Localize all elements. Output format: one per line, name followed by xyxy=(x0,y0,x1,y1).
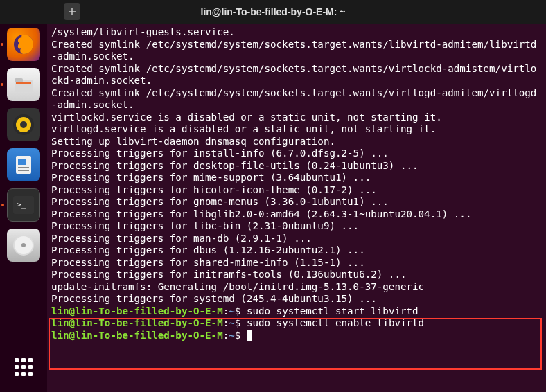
svg-rect-2 xyxy=(15,78,23,82)
output-line: Created symlink /etc/systemd/system/sock… xyxy=(51,39,536,62)
dock-terminal[interactable]: >_ xyxy=(7,188,40,222)
dock-show-apps[interactable] xyxy=(7,350,40,384)
command-text: sudo systemctl enable libvirtd xyxy=(247,317,424,328)
svg-rect-9 xyxy=(18,167,29,168)
speaker-icon xyxy=(11,112,36,137)
output-line: Processing triggers for systemd (245.4-4… xyxy=(51,293,377,304)
new-tab-button[interactable] xyxy=(64,3,80,20)
launcher-dock: >_ xyxy=(0,24,47,392)
prompt-user: lin@lin-To-be-filled-by-O-E-M xyxy=(51,305,223,317)
titlebar: lin@lin-To-be-filled-by-O-E-M: ~ xyxy=(0,0,546,24)
output-line: Setting up libvirt-daemon dnsmasq config… xyxy=(51,136,335,147)
svg-rect-8 xyxy=(18,159,26,165)
output-line: Processing triggers for dbus (1.12.16-2u… xyxy=(51,244,365,256)
output-line: /system/libvirt-guests.service. xyxy=(51,26,235,37)
prompt-dollar: $ xyxy=(235,330,247,341)
window-title: lin@lin-To-be-filled-by-O-E-M: ~ xyxy=(201,6,346,17)
output-line: Processing triggers for mime-support (3.… xyxy=(51,172,371,183)
prompt-colon: : xyxy=(223,330,229,341)
dock-rhythmbox[interactable] xyxy=(7,108,40,141)
svg-rect-3 xyxy=(16,82,31,84)
svg-text:>_: >_ xyxy=(17,200,26,209)
disk-icon xyxy=(11,233,36,258)
output-line: Processing triggers for libglib2.0-0:amd… xyxy=(51,208,471,220)
prompt-user: lin@lin-To-be-filled-by-O-E-M xyxy=(51,317,223,328)
terminal-output[interactable]: /system/libvirt-guests.service. Created … xyxy=(47,24,546,392)
output-line: Created symlink /etc/systemd/system/sock… xyxy=(51,87,536,111)
output-line: Processing triggers for gnome-menus (3.3… xyxy=(51,196,389,207)
output-line: virtlockd.service is a disabled or a sta… xyxy=(51,112,442,123)
output-line: Processing triggers for desktop-file-uti… xyxy=(51,160,419,171)
prompt-path: ~ xyxy=(229,330,235,341)
terminal-icon: >_ xyxy=(13,196,34,214)
svg-point-15 xyxy=(21,243,26,247)
prompt-colon: : xyxy=(223,317,229,328)
prompt-colon: : xyxy=(223,305,229,317)
output-line: Processing triggers for libc-bin (2.31-0… xyxy=(51,220,359,231)
output-line: Processing triggers for shared-mime-info… xyxy=(51,257,365,268)
prompt-path: ~ xyxy=(229,317,235,328)
folder-icon xyxy=(12,73,35,96)
svg-rect-10 xyxy=(18,170,29,171)
output-line: virtlogd.service is a disabled or a stat… xyxy=(51,123,436,134)
dock-files[interactable] xyxy=(7,68,40,101)
prompt-user: lin@lin-To-be-filled-by-O-E-M xyxy=(51,330,223,341)
firefox-icon xyxy=(11,32,36,57)
dock-writer[interactable] xyxy=(7,148,40,181)
grid-icon xyxy=(15,358,33,376)
output-line: update-initramfs: Generating /boot/initr… xyxy=(51,281,424,292)
prompt-dollar: $ xyxy=(235,305,247,317)
output-line: Processing triggers for man-db (2.9.1-1)… xyxy=(51,233,312,244)
prompt-dollar: $ xyxy=(235,317,247,328)
output-line: Processing triggers for initramfs-tools … xyxy=(51,269,407,280)
plus-icon xyxy=(67,7,77,17)
output-line: Processing triggers for hicolor-icon-the… xyxy=(51,184,377,195)
dock-disks[interactable] xyxy=(7,229,40,262)
command-text: sudo systemctl start libvirtd xyxy=(247,305,419,317)
prompt-path: ~ xyxy=(229,305,235,317)
output-line: Processing triggers for install-info (6.… xyxy=(51,148,389,159)
cursor xyxy=(247,330,252,341)
svg-point-6 xyxy=(20,121,27,128)
dock-firefox[interactable] xyxy=(7,28,40,61)
document-icon xyxy=(12,153,35,177)
output-line: Created symlink /etc/systemd/system/sock… xyxy=(51,63,536,87)
